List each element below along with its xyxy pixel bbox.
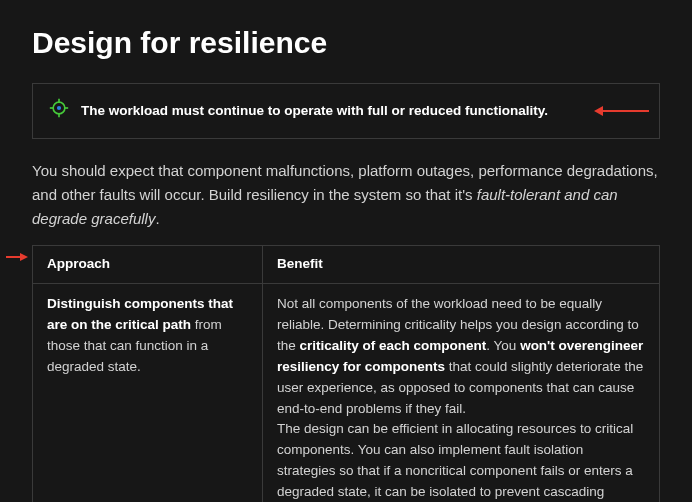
table-header-row: Approach Benefit — [33, 246, 660, 284]
svg-point-1 — [57, 106, 61, 110]
annotation-arrow-left — [6, 253, 28, 261]
b-p1b: criticality of each component — [300, 338, 487, 353]
annotation-arrow-right — [594, 106, 649, 116]
callout-text: The workload must continue to operate wi… — [81, 101, 548, 121]
approach-benefit-table: Approach Benefit Distinguish components … — [32, 245, 660, 502]
col-header-benefit: Benefit — [263, 246, 660, 284]
table-row: Distinguish components that are on the c… — [33, 283, 660, 502]
col-header-approach: Approach — [33, 246, 263, 284]
callout-box: The workload must continue to operate wi… — [32, 83, 660, 139]
intro-paragraph: You should expect that component malfunc… — [32, 159, 660, 231]
page-title: Design for resilience — [32, 20, 660, 65]
b-p2: The design can be efficient in allocatin… — [277, 421, 633, 502]
cell-benefit: Not all components of the workload need … — [263, 283, 660, 502]
intro-text-end: . — [155, 210, 159, 227]
b-p1c: . You — [486, 338, 520, 353]
cell-approach: Distinguish components that are on the c… — [33, 283, 263, 502]
target-icon — [49, 98, 69, 124]
